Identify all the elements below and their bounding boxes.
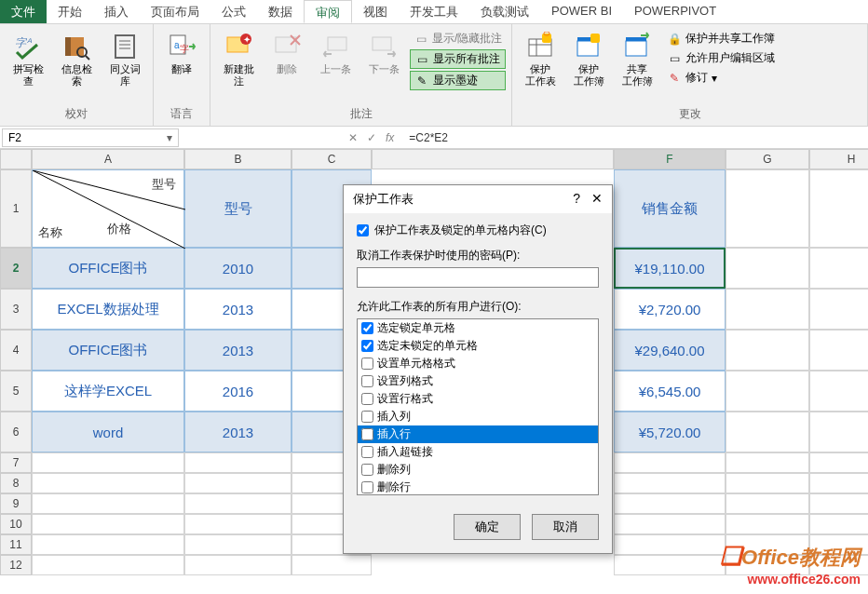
cell-F11[interactable] — [614, 534, 726, 555]
showall-comments-button[interactable]: ▭ 显示所有批注 — [410, 49, 506, 69]
tab-home[interactable]: 开始 — [47, 0, 93, 23]
perm-item-5[interactable]: 插入列 — [358, 408, 598, 425]
translate-button[interactable]: a字 翻译 — [159, 30, 204, 77]
protect-share-button[interactable]: 🔒 保护并共享工作簿 — [663, 30, 779, 47]
insert-function-icon[interactable]: fx — [382, 131, 398, 144]
cell-F9[interactable] — [614, 493, 726, 514]
cell-G5[interactable] — [726, 371, 809, 412]
select-all-corner[interactable] — [0, 149, 32, 169]
row-header-4[interactable]: 4 — [0, 330, 32, 371]
cell-B8[interactable] — [184, 473, 292, 493]
cell-A7[interactable] — [32, 452, 184, 473]
cell-B10[interactable] — [184, 514, 292, 534]
tab-loadtest[interactable]: 负载测试 — [469, 0, 540, 23]
cell-B1[interactable]: 型号 — [184, 169, 292, 248]
next-comment-button[interactable]: 下一条 — [361, 30, 406, 77]
track-changes-button[interactable]: ✎ 修订 ▾ — [663, 69, 779, 87]
row-header-2[interactable]: 2 — [0, 248, 32, 289]
ok-button[interactable]: 确定 — [454, 514, 521, 540]
cell-G1[interactable] — [726, 169, 809, 248]
allow-edit-button[interactable]: ▭ 允许用户编辑区域 — [663, 49, 779, 67]
perm-item-1[interactable]: 选定未锁定的单元格 — [358, 337, 598, 355]
tab-insert[interactable]: 插入 — [93, 0, 140, 23]
cell-B12[interactable] — [184, 555, 292, 575]
tab-view[interactable]: 视图 — [352, 0, 399, 23]
cell-A2[interactable]: OFFICE图书 — [32, 248, 184, 289]
cell-F4[interactable]: ¥29,640.00 — [614, 330, 726, 371]
col-header-A[interactable]: A — [32, 149, 184, 169]
cell-B7[interactable] — [184, 452, 292, 473]
cell-G9[interactable] — [726, 493, 809, 514]
cell-F7[interactable] — [614, 452, 726, 473]
col-header-C[interactable]: C — [292, 149, 372, 169]
cell-B2[interactable]: 2010 — [184, 248, 292, 289]
protect-contents-checkbox[interactable]: 保护工作表及锁定的单元格内容(C) — [357, 223, 599, 238]
cell-G10[interactable] — [726, 514, 809, 534]
perm-item-6[interactable]: 插入行 — [358, 425, 598, 443]
cell-F8[interactable] — [614, 473, 726, 493]
col-header-F[interactable]: F — [614, 149, 726, 169]
cell-G6[interactable] — [726, 412, 809, 452]
perm-item-3[interactable]: 设置列格式 — [358, 372, 598, 390]
row-header-6[interactable]: 6 — [0, 412, 32, 452]
cell-A6[interactable]: word — [32, 412, 184, 452]
col-header-B[interactable]: B — [184, 149, 292, 169]
cell-B6[interactable]: 2013 — [184, 412, 292, 452]
cell-A11[interactable] — [32, 534, 184, 555]
cell-F12[interactable] — [614, 555, 726, 575]
tab-powerbi[interactable]: POWER BI — [540, 0, 623, 23]
delete-comment-button[interactable]: 删除 — [264, 30, 309, 77]
cell-H2[interactable] — [809, 248, 868, 289]
cell-H1[interactable] — [809, 169, 868, 248]
thesaurus-button[interactable]: 同义词库 — [102, 30, 147, 89]
cell-H6[interactable] — [809, 412, 868, 452]
cell-C12[interactable] — [292, 555, 372, 575]
cell-A4[interactable]: OFFICE图书 — [32, 330, 184, 371]
cell-B9[interactable] — [184, 493, 292, 514]
cell-A3[interactable]: EXCEL数据处理 — [32, 289, 184, 330]
cell-H4[interactable] — [809, 330, 868, 371]
share-workbook-button[interactable]: 共享 工作簿 — [615, 30, 659, 89]
namebox-dropdown-icon[interactable]: ▾ — [167, 131, 172, 144]
perm-item-4[interactable]: 设置行格式 — [358, 390, 598, 408]
research-button[interactable]: 信息检索 — [54, 30, 99, 89]
row-header-5[interactable]: 5 — [0, 371, 32, 412]
cell-B3[interactable]: 2013 — [184, 289, 292, 330]
cell-F6[interactable]: ¥5,720.00 — [614, 412, 726, 452]
row-header-11[interactable]: 11 — [0, 534, 32, 555]
protect-sheet-button[interactable]: 保护 工作表 — [518, 30, 563, 89]
row-header-1[interactable]: 1 — [0, 169, 32, 248]
protect-workbook-button[interactable]: 保护 工作簿 — [566, 30, 611, 89]
cell-F10[interactable] — [614, 514, 726, 534]
showhide-comment-button[interactable]: ▭ 显示/隐藏批注 — [410, 30, 506, 47]
tab-data[interactable]: 数据 — [257, 0, 304, 23]
row-header-9[interactable]: 9 — [0, 493, 32, 514]
col-header-G[interactable]: G — [726, 149, 809, 169]
cell-A5[interactable]: 这样学EXCEL — [32, 371, 184, 412]
tab-file[interactable]: 文件 — [0, 0, 47, 23]
name-box[interactable]: F2 ▾ — [2, 128, 179, 147]
tab-layout[interactable]: 页面布局 — [140, 0, 210, 23]
password-input[interactable] — [357, 267, 599, 288]
perm-item-0[interactable]: 选定锁定单元格 — [358, 319, 598, 337]
tab-review[interactable]: 审阅 — [304, 0, 352, 23]
formula-input[interactable]: =C2*E2 — [403, 129, 868, 146]
perm-item-7[interactable]: 插入超链接 — [358, 443, 598, 461]
dialog-close-icon[interactable]: ✕ — [591, 191, 603, 208]
cell-A1[interactable]: 型号 价格 名称 — [32, 169, 184, 248]
cell-G7[interactable] — [726, 452, 809, 473]
prev-comment-button[interactable]: 上一条 — [313, 30, 358, 77]
cell-A9[interactable] — [32, 493, 184, 514]
show-ink-button[interactable]: ✎ 显示墨迹 — [410, 71, 506, 90]
cell-B4[interactable]: 2013 — [184, 330, 292, 371]
row-header-3[interactable]: 3 — [0, 289, 32, 330]
cancel-button[interactable]: 取消 — [532, 514, 599, 540]
perm-item-8[interactable]: 删除列 — [358, 461, 598, 479]
row-header-10[interactable]: 10 — [0, 514, 32, 534]
tab-formula[interactable]: 公式 — [210, 0, 257, 23]
cell-H3[interactable] — [809, 289, 868, 330]
row-header-12[interactable]: 12 — [0, 555, 32, 575]
cell-H9[interactable] — [809, 493, 868, 514]
formula-cancel-icon[interactable]: ✕ — [345, 131, 361, 144]
new-comment-button[interactable]: ✦ 新建批注 — [216, 30, 261, 89]
